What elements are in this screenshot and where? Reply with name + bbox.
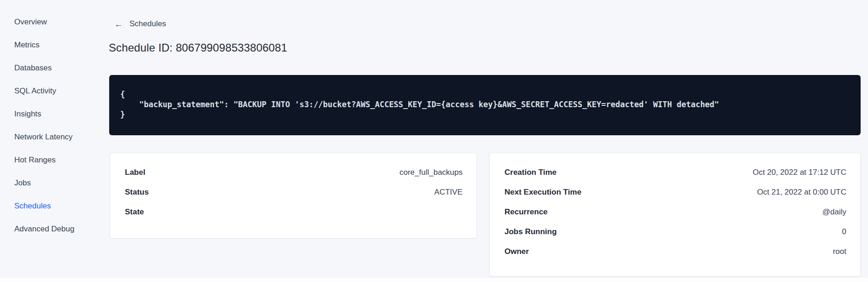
sidebar-item-advanced-debug[interactable]: Advanced Debug [0, 218, 106, 241]
page-title: Schedule ID: 806799098533806081 [109, 41, 287, 54]
detail-label: Recurrence [504, 207, 548, 217]
detail-value: core_full_backups [399, 168, 463, 177]
detail-row-owner: Owner root [490, 242, 860, 261]
detail-row-state: State [110, 202, 476, 222]
detail-value: @daily [822, 207, 846, 217]
detail-label: Jobs Running [504, 227, 557, 236]
detail-row-creation-time: Creation Time Oct 20, 2022 at 17:12 UTC [490, 162, 860, 182]
detail-label: Status [125, 188, 149, 197]
sidebar-item-metrics[interactable]: Metrics [0, 34, 106, 57]
detail-label: Next Execution Time [504, 188, 581, 197]
code-line: "backup_statement": "BACKUP INTO 's3://b… [120, 99, 850, 109]
code-line: } [120, 109, 850, 120]
schedule-timing-card: Creation Time Oct 20, 2022 at 17:12 UTC … [489, 153, 861, 276]
sidebar-item-databases[interactable]: Databases [0, 57, 106, 80]
detail-row-recurrence: Recurrence @daily [490, 202, 860, 222]
bottom-edge-strip [0, 278, 868, 282]
detail-value: Oct 21, 2022 at 0:00 UTC [757, 188, 846, 197]
sidebar-item-overview[interactable]: Overview [0, 11, 106, 34]
detail-label: Owner [504, 247, 529, 256]
detail-value: ACTIVE [434, 188, 463, 197]
schedule-status-card: Label core_full_backups Status ACTIVE St… [110, 153, 477, 238]
back-link-label: Schedules [129, 19, 166, 29]
detail-row-label: Label core_full_backups [110, 162, 476, 182]
back-arrow-icon: ← [114, 20, 123, 29]
sidebar-item-network-latency[interactable]: Network Latency [0, 126, 106, 149]
detail-row-jobs-running: Jobs Running 0 [490, 222, 860, 242]
detail-label: Creation Time [504, 168, 557, 177]
code-line: { [120, 89, 850, 99]
sidebar-nav: Overview Metrics Databases SQL Activity … [0, 0, 106, 282]
detail-value: 0 [842, 227, 846, 236]
detail-label: State [125, 207, 144, 217]
detail-row-status: Status ACTIVE [110, 182, 476, 202]
schedule-details-page: Overview Metrics Databases SQL Activity … [0, 0, 868, 282]
sidebar-item-jobs[interactable]: Jobs [0, 172, 106, 195]
detail-row-next-execution-time: Next Execution Time Oct 21, 2022 at 0:00… [490, 182, 860, 202]
sidebar-item-sql-activity[interactable]: SQL Activity [0, 80, 106, 103]
detail-label: Label [125, 168, 145, 177]
sidebar-item-hot-ranges[interactable]: Hot Ranges [0, 149, 106, 172]
schedule-definition-code: { "backup_statement": "BACKUP INTO 's3:/… [109, 75, 861, 135]
detail-value: Oct 20, 2022 at 17:12 UTC [753, 168, 846, 177]
back-link[interactable]: ← Schedules [114, 19, 166, 29]
detail-value: root [833, 247, 846, 256]
sidebar-item-insights[interactable]: Insights [0, 103, 106, 126]
sidebar-item-schedules[interactable]: Schedules [0, 195, 106, 218]
